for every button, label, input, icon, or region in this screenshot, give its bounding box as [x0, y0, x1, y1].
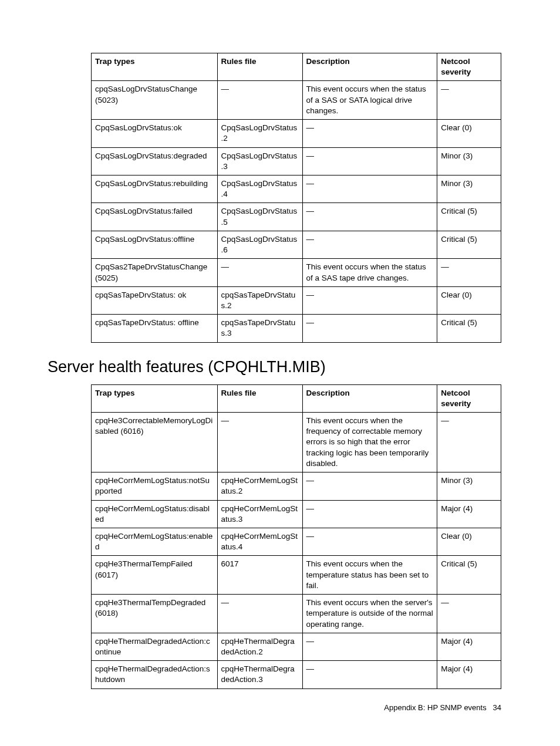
table-header-row: Trap types Rules file Description Netcoo… [92, 53, 501, 81]
table-cell: cpqHeThermalDegradedAction.2 [217, 633, 302, 660]
table-cell: — [302, 472, 437, 500]
table-cell: cpqSasLogDrvStatusChange (5023) [92, 81, 218, 120]
table-cell: Major (4) [437, 661, 501, 688]
table-cell: cpqHeCorrMemLogStatus:notSupported [92, 472, 218, 500]
page-number: 34 [493, 703, 501, 712]
table-cell: — [302, 500, 437, 528]
table-cell: — [217, 81, 302, 120]
table-cell: cpqHe3ThermalTempFailed (6017) [92, 556, 218, 595]
table-row: cpqHeCorrMemLogStatus:disabledcpqHeCorrM… [92, 500, 501, 528]
table-row: CpqSasLogDrvStatus:rebuildingCpqSasLogDr… [92, 175, 501, 202]
table-cell: This event occurs when the temperature s… [302, 556, 437, 595]
table-cell: This event occurs when the frequency of … [302, 413, 437, 472]
table-row: CpqSasLogDrvStatus:degradedCpqSasLogDrvS… [92, 147, 501, 175]
table-cell: — [437, 595, 501, 633]
table-cell: — [302, 203, 437, 231]
table-cell: Clear (0) [437, 528, 501, 556]
footer-text: Appendix B: HP SNMP events [384, 703, 486, 712]
table-cell: — [302, 661, 437, 688]
table-cell: CpqSasLogDrvStatus.6 [217, 231, 302, 258]
table-cell: cpqHeCorrMemLogStatus:enabled [92, 528, 218, 556]
col-trap-types: Trap types [92, 384, 218, 412]
table-cell: — [437, 413, 501, 472]
table-row: CpqSasLogDrvStatus:failedCpqSasLogDrvSta… [92, 203, 501, 231]
table-cell: cpqHeThermalDegradedAction.3 [217, 661, 302, 688]
table-cell: cpqHeThermalDegradedAction:shutdown [92, 661, 218, 688]
table-cell: cpqHe3CorrectableMemoryLogDisabled (6016… [92, 413, 218, 472]
table-cell: CpqSasLogDrvStatus.5 [217, 203, 302, 231]
col-netcool-severity: Netcool severity [437, 384, 501, 412]
table-row: cpqHeThermalDegradedAction:continuecpqHe… [92, 633, 501, 660]
trap-table-1: Trap types Rules file Description Netcoo… [91, 53, 501, 343]
table-cell: CpqSasLogDrvStatus.2 [217, 120, 302, 147]
table-cell: Major (4) [437, 633, 501, 660]
table-row: CpqSasLogDrvStatus:okCpqSasLogDrvStatus.… [92, 120, 501, 147]
table-cell: cpqSasTapeDrvStatus: ok [92, 286, 218, 314]
table-cell: 6017 [217, 556, 302, 595]
table-cell: CpqSasLogDrvStatus:offline [92, 231, 218, 258]
trap-table-2: Trap types Rules file Description Netcoo… [91, 384, 501, 689]
page-footer: Appendix B: HP SNMP events 34 [384, 703, 501, 712]
table-cell: — [302, 315, 437, 342]
table-cell: CpqSasLogDrvStatus:degraded [92, 147, 218, 175]
table2-body: cpqHe3CorrectableMemoryLogDisabled (6016… [92, 413, 501, 689]
table-cell: — [302, 528, 437, 556]
table-cell: Critical (5) [437, 556, 501, 595]
table-row: CpqSasLogDrvStatus:offlineCpqSasLogDrvSt… [92, 231, 501, 258]
table-cell: This event occurs when the status of a S… [302, 81, 437, 120]
table-cell: CpqSasLogDrvStatus.3 [217, 147, 302, 175]
col-description: Description [302, 53, 437, 81]
table-cell: Minor (3) [437, 472, 501, 500]
col-description: Description [302, 384, 437, 412]
table-cell: cpqHeCorrMemLogStatus.3 [217, 500, 302, 528]
table-cell: cpqHeThermalDegradedAction:continue [92, 633, 218, 660]
table-cell: Minor (3) [437, 147, 501, 175]
table-cell: Critical (5) [437, 315, 501, 342]
table-row: cpqHe3CorrectableMemoryLogDisabled (6016… [92, 413, 501, 472]
table-row: cpqSasTapeDrvStatus: offlinecpqSasTapeDr… [92, 315, 501, 342]
table-row: CpqSas2TapeDrvStatusChange (5025)—This e… [92, 259, 501, 286]
table-row: cpqSasTapeDrvStatus: okcpqSasTapeDrvStat… [92, 286, 501, 314]
table-cell: CpqSasLogDrvStatus:rebuilding [92, 175, 218, 202]
table-cell: — [302, 175, 437, 202]
table-cell: cpqSasTapeDrvStatus.2 [217, 286, 302, 314]
table-cell: Clear (0) [437, 286, 501, 314]
table-cell: — [302, 120, 437, 147]
col-rules-file: Rules file [217, 53, 302, 81]
table-cell: Critical (5) [437, 203, 501, 231]
table-cell: — [217, 413, 302, 472]
table-cell: — [302, 286, 437, 314]
table-cell: Major (4) [437, 500, 501, 528]
col-netcool-severity: Netcool severity [437, 53, 501, 81]
table1-body: cpqSasLogDrvStatusChange (5023)—This eve… [92, 81, 501, 342]
table-cell: cpqHeCorrMemLogStatus.2 [217, 472, 302, 500]
section-heading: Server health features (CPQHLTH.MIB) [48, 358, 501, 376]
table-cell: CpqSasLogDrvStatus:ok [92, 120, 218, 147]
table-row: cpqHeCorrMemLogStatus:notSupportedcpqHeC… [92, 472, 501, 500]
table-row: cpqHe3ThermalTempFailed (6017)6017This e… [92, 556, 501, 595]
col-rules-file: Rules file [217, 384, 302, 412]
table-cell: Clear (0) [437, 120, 501, 147]
table-cell: Critical (5) [437, 231, 501, 258]
table-cell: cpqHe3ThermalTempDegraded (6018) [92, 595, 218, 633]
table-cell: — [302, 633, 437, 660]
table-cell: CpqSasLogDrvStatus:failed [92, 203, 218, 231]
table-cell: This event occurs when the server's temp… [302, 595, 437, 633]
table-cell: — [437, 81, 501, 120]
table-cell: — [217, 259, 302, 286]
table-cell: — [217, 595, 302, 633]
table-cell: — [302, 231, 437, 258]
table-cell: Minor (3) [437, 175, 501, 202]
table-row: cpqHe3ThermalTempDegraded (6018)—This ev… [92, 595, 501, 633]
table-cell: — [302, 147, 437, 175]
table-row: cpqSasLogDrvStatusChange (5023)—This eve… [92, 81, 501, 120]
table-cell: CpqSas2TapeDrvStatusChange (5025) [92, 259, 218, 286]
page: Trap types Rules file Description Netcoo… [0, 0, 560, 746]
table-row: cpqHeThermalDegradedAction:shutdowncpqHe… [92, 661, 501, 688]
table-row: cpqHeCorrMemLogStatus:enabledcpqHeCorrMe… [92, 528, 501, 556]
table-header-row: Trap types Rules file Description Netcoo… [92, 384, 501, 412]
table-cell: cpqHeCorrMemLogStatus:disabled [92, 500, 218, 528]
table-cell: cpqSasTapeDrvStatus.3 [217, 315, 302, 342]
table-cell: cpqHeCorrMemLogStatus.4 [217, 528, 302, 556]
table-cell: — [437, 259, 501, 286]
